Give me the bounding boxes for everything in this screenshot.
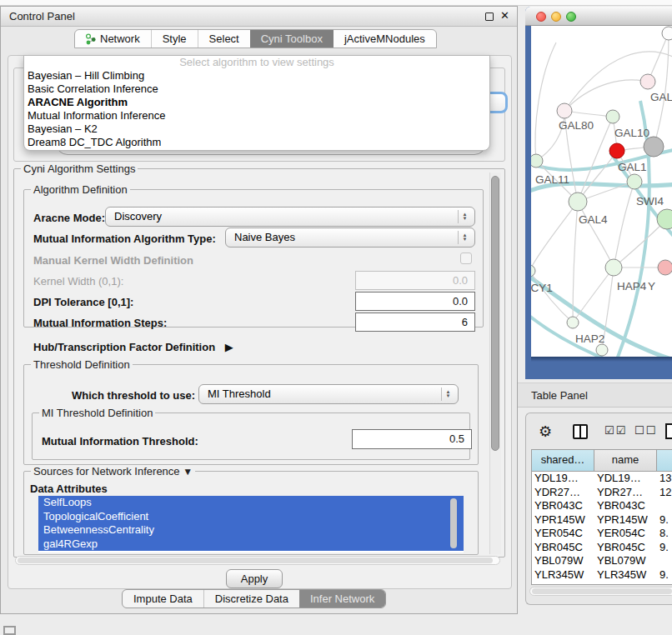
network-node[interactable]: [596, 344, 608, 356]
column-header-shared-name[interactable]: shared…: [532, 450, 594, 471]
mi-type-combo[interactable]: Naive Bayes ▲▼: [225, 228, 475, 248]
dpi-tolerance-field[interactable]: 0.0: [355, 292, 475, 311]
table-row[interactable]: YDL19…YDL19…13: [532, 472, 672, 486]
tab-discretize-data[interactable]: Discretize Data: [203, 590, 299, 608]
network-node[interactable]: [531, 154, 543, 168]
table-row[interactable]: YBR045CYBR045C9.: [532, 541, 672, 555]
network-edge[interactable]: [531, 202, 578, 271]
hub-definition-toggle[interactable]: Hub/Transcription Factor Definition ▶: [33, 341, 233, 353]
table-cell: YDL19…: [532, 472, 594, 486]
table-hscrollbar-thumb[interactable]: [532, 588, 672, 594]
table-cell: YPR145W: [532, 513, 594, 528]
table-row[interactable]: YER054CYER054C8.: [532, 527, 672, 541]
tab-cyni-toolbox[interactable]: Cyni Toolbox: [250, 30, 333, 48]
kernel-width-label: Kernel Width (0,1):: [33, 275, 123, 288]
network-node[interactable]: [662, 27, 672, 40]
network-canvas[interactable]: GALGAL80GAL10GAL1GAL11SWI4GAL4GCY1HAP4YH…: [531, 26, 672, 357]
network-node[interactable]: [644, 137, 664, 157]
network-node[interactable]: [658, 260, 672, 275]
control-panel-window: Control Panel ✕ Network Style Select Cyn…: [0, 6, 518, 614]
group-title: Algorithm Definition: [31, 183, 130, 196]
network-edge[interactable]: [578, 202, 614, 268]
tab-infer-network[interactable]: Infer Network: [299, 590, 385, 608]
network-node[interactable]: [557, 103, 572, 118]
zoom-traffic-light-icon[interactable]: [566, 12, 576, 22]
network-node-label: HAP2: [575, 332, 604, 345]
minimize-traffic-light-icon[interactable]: [551, 12, 561, 22]
collapsed-panel-icon[interactable]: [3, 626, 16, 635]
table-row[interactable]: YBL079WYBL079W: [532, 554, 672, 568]
dropdown-item[interactable]: Mutual Information Inference: [24, 109, 489, 122]
checked-boxes-icon[interactable]: ☑☑: [604, 424, 627, 437]
network-edge[interactable]: [564, 80, 648, 111]
table-row[interactable]: YPR145WYPR145W9.: [532, 513, 672, 528]
apply-button[interactable]: Apply: [226, 569, 283, 588]
attributes-list-scrollbar[interactable]: [450, 498, 457, 548]
table-hscrollbar[interactable]: [529, 587, 672, 596]
table-row[interactable]: YLR345WYLR345W9.: [532, 568, 672, 582]
network-edge[interactable]: [535, 42, 556, 161]
network-node[interactable]: [640, 74, 655, 89]
dropdown-item[interactable]: ARACNE Algorithm: [24, 96, 489, 109]
table-row[interactable]: YIL052CYIL052C9: [532, 582, 672, 585]
mi-steps-field[interactable]: 6: [355, 312, 475, 332]
column-header-name[interactable]: name: [594, 450, 657, 471]
tab-style[interactable]: Style: [151, 30, 198, 48]
settings-vscrollbar-thumb[interactable]: [491, 176, 499, 451]
document-icon[interactable]: [665, 423, 672, 439]
split-columns-icon[interactable]: [573, 424, 588, 439]
network-node[interactable]: [605, 259, 622, 276]
sources-group-title[interactable]: Sources for Network Inference ▼: [31, 465, 195, 478]
aracne-mode-combo[interactable]: Discovery ▲▼: [105, 207, 475, 227]
dropdown-item[interactable]: Bayesian – K2: [24, 122, 489, 136]
network-view-window: GALGAL80GAL10GAL1GAL11SWI4GAL4GCY1HAP4YH…: [525, 7, 672, 379]
attribute-item[interactable]: SelfLoops: [38, 496, 464, 510]
network-node[interactable]: [609, 143, 624, 158]
network-edge[interactable]: [536, 111, 564, 161]
kernel-width-field[interactable]: 0.0: [355, 271, 475, 290]
table-cell: YDR27…: [594, 486, 657, 500]
unchecked-boxes-icon[interactable]: ☐☐: [634, 424, 657, 437]
table-panel-bar: Table Panel: [518, 382, 672, 408]
network-node[interactable]: [606, 110, 619, 123]
dropdown-item[interactable]: Basic Correlation Inference: [24, 82, 489, 96]
network-edge[interactable]: [573, 202, 578, 322]
network-node[interactable]: [627, 174, 642, 189]
tab-select[interactable]: Select: [198, 30, 250, 48]
dropdown-prompt: Select algorithm to view settings: [24, 56, 489, 69]
gear-icon[interactable]: ⚙: [539, 422, 552, 441]
settings-hscrollbar-thumb[interactable]: [18, 558, 493, 563]
table-row[interactable]: YBR043CYBR043C: [532, 499, 672, 513]
dropdown-item[interactable]: Bayesian – Hill Climbing: [24, 69, 489, 82]
tab-network[interactable]: Network: [75, 30, 151, 48]
mi-threshold-field[interactable]: 0.5: [352, 429, 472, 449]
settings-vscrollbar[interactable]: [489, 172, 501, 554]
attribute-item[interactable]: BetweennessCentrality: [38, 523, 464, 538]
network-node[interactable]: [569, 192, 587, 211]
manual-kernel-checkbox[interactable]: [460, 252, 472, 264]
attribute-item[interactable]: gal4RGexp: [38, 538, 464, 552]
dropdown-item[interactable]: Dream8 DC_TDC Algorithm: [24, 136, 489, 149]
attribute-item[interactable]: TopologicalCoefficient: [38, 510, 464, 524]
data-attributes-list[interactable]: SelfLoopsTopologicalCoefficientBetweenne…: [38, 496, 464, 552]
table-row[interactable]: YDR27…YDR27…12: [532, 486, 672, 500]
close-traffic-light-icon[interactable]: [536, 12, 546, 22]
mi-threshold-label: Mutual Information Threshold:: [42, 435, 198, 448]
network-edge[interactable]: [614, 182, 634, 268]
hub-definition-label: Hub/Transcription Factor Definition: [33, 341, 215, 353]
close-icon[interactable]: ✕: [500, 9, 509, 22]
table-cell: YIL052C: [594, 582, 657, 585]
table-cell: 12: [657, 486, 672, 500]
column-header-clipped[interactable]: [657, 450, 672, 471]
network-node[interactable]: [567, 317, 579, 328]
settings-hscrollbar[interactable]: [15, 556, 500, 565]
float-window-icon[interactable]: [485, 12, 494, 21]
network-node[interactable]: [531, 265, 535, 277]
network-edge[interactable]: [531, 271, 573, 322]
which-threshold-combo[interactable]: MI Threshold ▲▼: [198, 384, 459, 404]
network-node-label: GAL11: [535, 173, 569, 186]
network-node-label: GAL10: [614, 127, 649, 139]
tab-jactivemnodules[interactable]: jActiveMNodules: [333, 30, 436, 48]
tab-impute-data[interactable]: Impute Data: [123, 590, 203, 608]
control-panel-titlebar: Control Panel ✕: [1, 7, 517, 27]
